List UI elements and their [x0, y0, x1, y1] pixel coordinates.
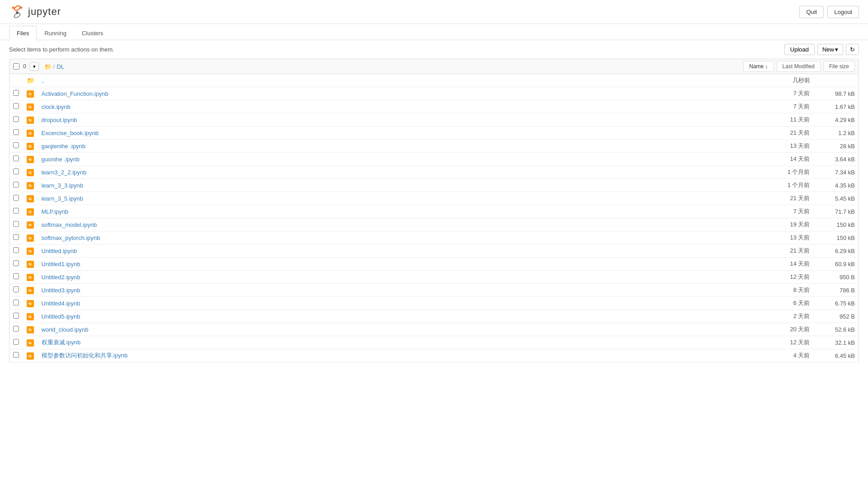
file-name-link[interactable]: Activation_Function.ipynb: [42, 90, 108, 97]
dropdown-arrow-icon: ▾: [835, 46, 838, 53]
row-checkbox[interactable]: [13, 300, 19, 305]
row-checkbox[interactable]: [13, 208, 19, 214]
row-icon-cell: N: [23, 244, 38, 258]
row-modified: 7 天前: [741, 205, 814, 218]
file-name-link[interactable]: Untitled1.ipynb: [42, 261, 80, 267]
file-name-link[interactable]: ..: [42, 77, 45, 84]
file-name-link[interactable]: learn_3_3.ipynb: [42, 182, 84, 189]
row-checkbox-cell: [9, 218, 23, 231]
row-size: 3.64 kB: [814, 153, 859, 166]
notebook-icon: N: [27, 248, 34, 255]
file-name-link[interactable]: softmax_model.ipynb: [42, 221, 97, 228]
row-checkbox[interactable]: [13, 352, 19, 358]
row-modified: 8 天前: [741, 284, 814, 297]
row-checkbox[interactable]: [13, 182, 19, 188]
home-folder-icon[interactable]: 📁: [44, 63, 52, 70]
file-name-link[interactable]: 权重衰减.ipynb: [42, 339, 81, 346]
row-icon-cell: N: [23, 113, 38, 127]
file-name-link[interactable]: 模型参数访问初始化和共享.ipynb: [42, 352, 128, 359]
file-name-link[interactable]: guonihe .ipynb: [42, 156, 80, 163]
svg-point-0: [14, 5, 21, 11]
svg-point-3: [20, 7, 23, 9]
new-button[interactable]: New ▾: [817, 44, 843, 55]
upload-button[interactable]: Upload: [784, 44, 815, 55]
notebook-icon: N: [27, 326, 34, 333]
file-size-column-header[interactable]: File size: [823, 61, 855, 72]
notebook-icon: N: [27, 156, 34, 163]
file-name-link[interactable]: Untitled4.ipynb: [42, 300, 80, 307]
file-name-link[interactable]: Excercise_book.ipynb: [42, 130, 99, 136]
selection-dropdown-button[interactable]: ▾: [30, 62, 39, 71]
row-name-cell: guonihe .ipynb: [38, 153, 741, 166]
tab-running[interactable]: Running: [37, 26, 74, 40]
row-checkbox[interactable]: [13, 103, 19, 109]
row-icon-cell: N: [23, 100, 38, 113]
tab-files[interactable]: Files: [9, 26, 37, 40]
breadcrumb-current-folder[interactable]: DL: [57, 63, 64, 70]
row-size: 71.7 kB: [814, 205, 859, 218]
row-name-cell: Untitled4.ipynb: [38, 297, 741, 310]
row-checkbox[interactable]: [13, 142, 19, 148]
file-name-link[interactable]: MLP.ipynb: [42, 208, 69, 215]
row-name-cell: Untitled.ipynb: [38, 244, 741, 258]
row-checkbox-cell: [9, 179, 23, 192]
refresh-button[interactable]: ↻: [846, 44, 859, 55]
table-row: N 模型参数访问初始化和共享.ipynb 4 天前 6.45 kB: [9, 349, 859, 362]
row-name-cell: Untitled2.ipynb: [38, 271, 741, 284]
file-name-link[interactable]: clock.ipynb: [42, 103, 71, 110]
row-name-cell: softmax_pytorch.ipynb: [38, 231, 741, 244]
quit-button[interactable]: Quit: [799, 6, 824, 18]
table-row: N Activation_Function.ipynb 7 天前 98.7 kB: [9, 87, 859, 100]
row-checkbox[interactable]: [13, 169, 19, 174]
row-modified: 11 天前: [741, 113, 814, 127]
notebook-icon: N: [27, 130, 34, 137]
row-checkbox[interactable]: [13, 129, 19, 135]
row-checkbox-cell: [9, 100, 23, 113]
file-name-link[interactable]: world_cloud.ipynb: [42, 326, 89, 333]
table-row: N learn_3_5.ipynb 21 天前 5.45 kB: [9, 192, 859, 205]
name-column-header[interactable]: Name ↓: [743, 61, 774, 72]
row-checkbox[interactable]: [13, 247, 19, 253]
row-checkbox[interactable]: [13, 90, 19, 96]
file-name-link[interactable]: softmax_pytorch.ipynb: [42, 235, 100, 241]
row-icon-cell: N: [23, 140, 38, 153]
file-name-link[interactable]: Untitled2.ipynb: [42, 274, 80, 281]
table-row: N Excercise_book.ipynb 21 天前 1.2 kB: [9, 127, 859, 140]
file-name-link[interactable]: Untitled3.ipynb: [42, 287, 80, 294]
file-name-link[interactable]: gaojienihe .ipynb: [42, 143, 86, 150]
row-checkbox[interactable]: [13, 286, 19, 292]
select-all-checkbox[interactable]: [13, 63, 19, 70]
row-size: 28 kB: [814, 140, 859, 153]
row-modified: 20 天前: [741, 323, 814, 336]
row-modified: 1 个月前: [741, 166, 814, 179]
row-checkbox[interactable]: [13, 234, 19, 240]
last-modified-column-header[interactable]: Last Modified: [777, 61, 821, 72]
row-checkbox[interactable]: [13, 116, 19, 122]
breadcrumb-separator: /: [53, 63, 55, 70]
row-icon-cell: N: [23, 297, 38, 310]
row-checkbox[interactable]: [13, 221, 19, 227]
notebook-icon: N: [27, 261, 34, 268]
file-name-link[interactable]: Untitled.ipynb: [42, 248, 77, 254]
row-size: 6.45 kB: [814, 349, 859, 362]
logout-button[interactable]: Logout: [827, 6, 859, 18]
row-checkbox[interactable]: [13, 313, 19, 319]
row-name-cell: MLP.ipynb: [38, 205, 741, 218]
row-icon-cell: N: [23, 258, 38, 271]
row-checkbox[interactable]: [13, 195, 19, 201]
file-name-link[interactable]: learn3_2_2.ipynb: [42, 169, 87, 176]
row-checkbox[interactable]: [13, 339, 19, 345]
notebook-icon: N: [27, 235, 34, 242]
row-checkbox[interactable]: [13, 155, 19, 161]
file-name-link[interactable]: learn_3_5.ipynb: [42, 195, 84, 202]
row-checkbox[interactable]: [13, 260, 19, 266]
row-icon-cell: 📁: [23, 74, 38, 87]
file-name-link[interactable]: dropout.ipynb: [42, 117, 77, 123]
row-checkbox[interactable]: [13, 273, 19, 279]
file-name-link[interactable]: Untitled5.ipynb: [42, 313, 80, 320]
row-checkbox[interactable]: [13, 326, 19, 332]
row-size: 7.34 kB: [814, 166, 859, 179]
row-modified: 13 天前: [741, 231, 814, 244]
jupyter-logo-icon: [9, 4, 25, 20]
tab-clusters[interactable]: Clusters: [74, 26, 111, 40]
